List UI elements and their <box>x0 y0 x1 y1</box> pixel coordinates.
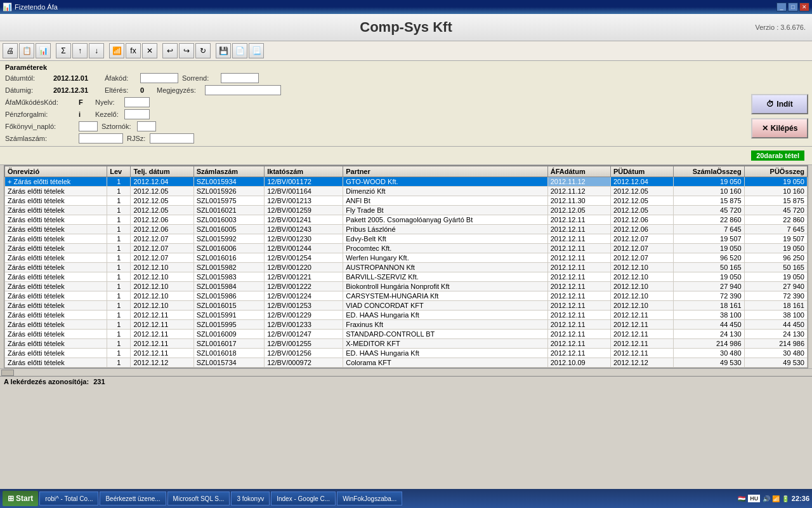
table-cell: Zárás előtti tételek <box>5 263 107 272</box>
kezelo-input[interactable] <box>124 109 150 119</box>
table-row[interactable]: Zárás előtti tételek12012.12.10SZL001601… <box>5 301 808 311</box>
table-cell: 22 860 <box>744 215 807 225</box>
table-row[interactable]: Zárás előtti tételek12012.12.06SZL001600… <box>5 225 808 234</box>
table-cell: 12/BV/001259 <box>265 206 343 215</box>
table-cell: 45 720 <box>744 206 807 215</box>
table-cell: Fly Trade Bt <box>343 206 547 215</box>
toolbar-btn-redo[interactable]: ↪ <box>179 43 194 58</box>
table-cell: 2012.12.11 <box>547 320 610 330</box>
close-button[interactable]: ✕ <box>799 3 809 11</box>
table-cell: 96 250 <box>744 253 807 263</box>
table-cell: 2012.12.11 <box>131 311 193 320</box>
col-iktatoszam[interactable]: Iktatószám <box>265 166 343 177</box>
start-button[interactable]: ⊞ Start <box>3 491 38 506</box>
table-cell: 2012.12.07 <box>610 244 673 253</box>
toolbar: 🖨 📋 📊 Σ ↑ ↓ 📶 fx ✕ ↩ ↪ ↻ 💾 📄 📃 <box>0 41 812 61</box>
table-cell: 19 507 <box>674 234 745 244</box>
table-cell: 2012.12.11 <box>547 225 610 234</box>
table-cell: 2012.12.05 <box>131 187 193 196</box>
nyelv-input[interactable] <box>124 97 150 107</box>
table-wrapper[interactable]: Önrevizió Lev Telj. dátum Számlaszám Ikt… <box>4 166 808 368</box>
datumtol-label: Dátumtól: <box>5 74 49 82</box>
table-row[interactable]: Zárás előtti tételek12012.12.10SZL001598… <box>5 263 808 272</box>
col-lev[interactable]: Lev <box>107 166 131 177</box>
table-cell: 1 <box>107 311 131 320</box>
taskbar-item[interactable]: 3 fokonyv <box>231 491 270 505</box>
table-cell: 12/BV/001164 <box>265 187 343 196</box>
maximize-button[interactable]: □ <box>788 3 798 11</box>
indit-button[interactable]: ⏱ Indít <box>751 94 808 114</box>
toolbar-btn-sort-desc[interactable]: ↓ <box>89 43 104 58</box>
table-cell: 49 530 <box>674 358 745 368</box>
table-cell: 2012.12.10 <box>131 301 193 311</box>
toolbar-btn-bar-chart[interactable]: 📶 <box>109 43 124 58</box>
toolbar-btn-refresh[interactable]: ↻ <box>195 43 211 58</box>
toolbar-btn-fx[interactable]: fx <box>126 43 141 58</box>
table-cell: 2012.12.10 <box>131 282 193 291</box>
minimize-button[interactable]: _ <box>776 3 787 11</box>
table-row[interactable]: Zárás előtti tételek12012.12.12SZL001573… <box>5 358 808 368</box>
table-cell: SZL0015986 <box>193 291 265 301</box>
table-row[interactable]: Zárás előtti tételek12012.12.11SZL001601… <box>5 339 808 349</box>
table-cell: 2012.12.10 <box>131 263 193 272</box>
taskbar-item[interactable]: WinFokJogszaba... <box>337 491 402 505</box>
table-row[interactable]: Zárás előtti tételek12012.12.05SZL001602… <box>5 206 808 215</box>
toolbar-btn-undo[interactable]: ↩ <box>162 43 178 58</box>
table-cell: 2012.12.11 <box>547 339 610 349</box>
table-row[interactable]: Zárás előtti tételek12012.12.07SZL001599… <box>5 234 808 244</box>
toolbar-btn-doc[interactable]: 📄 <box>232 43 247 58</box>
table-cell: Zárás előtti tételek <box>5 291 107 301</box>
col-pudatum[interactable]: PÜDátum <box>610 166 673 177</box>
szamlaszam-input[interactable] <box>79 133 123 144</box>
sorrend-input[interactable] <box>221 73 259 83</box>
table-cell: 2012.12.12 <box>131 358 193 368</box>
horizontal-scrollbar[interactable] <box>0 368 812 376</box>
megjegyzes-input[interactable] <box>205 85 281 95</box>
col-partner[interactable]: Partner <box>343 166 547 177</box>
table-row[interactable]: Zárás előtti tételek12012.12.11SZL001599… <box>5 311 808 320</box>
table-row[interactable]: + Zárás előtti tételek12012.12.04SZL0015… <box>5 177 808 187</box>
table-cell: 1 <box>107 263 131 272</box>
taskbar-item[interactable]: robi^ - Total Co... <box>39 491 98 505</box>
toolbar-btn-doc2[interactable]: 📃 <box>249 43 264 58</box>
table-cell: ANFI Bt <box>343 196 547 206</box>
table-cell: SZL0015982 <box>193 263 265 272</box>
table-cell: 15 875 <box>744 196 807 206</box>
toolbar-btn-1[interactable]: 🖨 <box>3 43 18 58</box>
table-row[interactable]: Zárás előtti tételek12012.12.10SZL001598… <box>5 291 808 301</box>
table-row[interactable]: Zárás előtti tételek12012.12.11SZL001600… <box>5 330 808 339</box>
table-row[interactable]: Zárás előtti tételek12012.12.11SZL001599… <box>5 320 808 330</box>
table-row[interactable]: Zárás előtti tételek12012.12.10SZL001598… <box>5 272 808 282</box>
table-row[interactable]: Zárás előtti tételek12012.12.05SZL001592… <box>5 187 808 196</box>
table-row[interactable]: Zárás előtti tételek12012.12.07SZL001601… <box>5 253 808 263</box>
scroll-thumb[interactable] <box>1 370 14 376</box>
toolbar-btn-save[interactable]: 💾 <box>216 43 231 58</box>
taskbar-item[interactable]: Beérkezett üzene... <box>100 491 166 505</box>
table-row[interactable]: Zárás előtti tételek12012.12.07SZL001600… <box>5 244 808 253</box>
rjsz-input[interactable] <box>150 133 194 144</box>
table-cell: 2012.12.04 <box>610 177 673 187</box>
table-row[interactable]: Zárás előtti tételek12012.12.11SZL001601… <box>5 349 808 358</box>
toolbar-btn-x[interactable]: ✕ <box>142 43 157 58</box>
col-telj-datum[interactable]: Telj. dátum <box>131 166 193 177</box>
taskbar-items: robi^ - Total Co...Beérkezett üzene...Mi… <box>39 491 402 505</box>
table-cell: 2012.12.11 <box>547 272 610 282</box>
toolbar-btn-2[interactable]: 📋 <box>19 43 34 58</box>
table-row[interactable]: Zárás előtti tételek12012.12.10SZL001598… <box>5 282 808 291</box>
sztornok-input[interactable] <box>137 121 156 131</box>
toolbar-btn-sigma[interactable]: Σ <box>56 43 71 58</box>
col-szamlaosszeg[interactable]: SzámlaÖsszeg <box>674 166 745 177</box>
fokonyvi-naplo-input[interactable] <box>79 121 98 131</box>
table-row[interactable]: Zárás előtti tételek12012.12.05SZL001597… <box>5 196 808 206</box>
kilepes-button[interactable]: ✕ Kilépés <box>751 118 808 138</box>
col-afadatum[interactable]: ÁFAdátum <box>547 166 610 177</box>
taskbar-item[interactable]: Index - Google C... <box>271 491 336 505</box>
taskbar-item[interactable]: Microsoft SQL S... <box>167 491 230 505</box>
afakod-input[interactable] <box>140 73 178 83</box>
col-onrevizio[interactable]: Önrevizió <box>5 166 107 177</box>
col-szamlaszam[interactable]: Számlaszám <box>193 166 265 177</box>
toolbar-btn-3[interactable]: 📊 <box>36 43 51 58</box>
col-puosszeg[interactable]: PÜÖsszeg <box>744 166 807 177</box>
table-row[interactable]: Zárás előtti tételek12012.12.06SZL001600… <box>5 215 808 225</box>
toolbar-btn-sort-asc[interactable]: ↑ <box>72 43 88 58</box>
